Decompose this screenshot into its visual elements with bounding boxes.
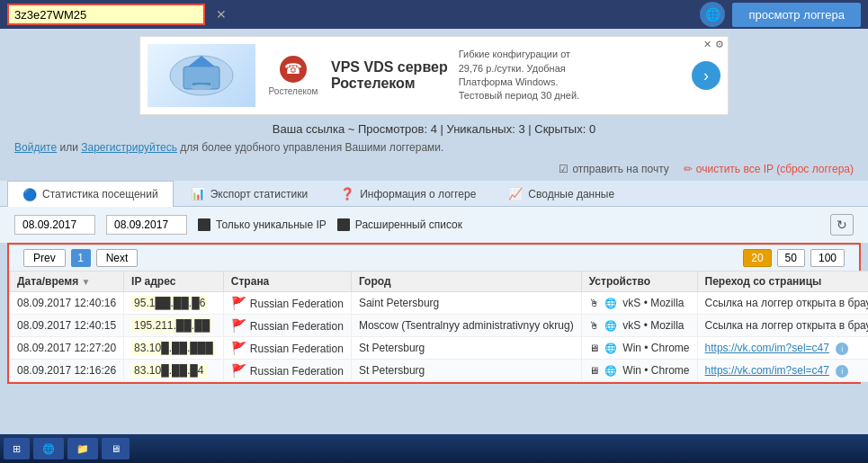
col-header-datetime[interactable]: Дата/время ▼ xyxy=(10,272,124,292)
cell-device: 🖱 🌐 vkS • Mozilla xyxy=(581,292,697,315)
cell-country: 🚩Russian Federation xyxy=(223,315,351,337)
cell-country: 🚩Russian Federation xyxy=(223,292,351,315)
referrer-link[interactable]: https://vk.com/im?sel=c47 xyxy=(705,342,829,354)
tab-visits-icon: 🔵 xyxy=(22,188,37,201)
filter-row: Только уникальные IP Расширенный список … xyxy=(0,207,868,243)
cell-datetime: 08.09.2017 12:27:20 xyxy=(10,337,124,360)
tab-info-label: Информация о логгере xyxy=(360,188,476,200)
unique-ip-label: Только уникальные IP xyxy=(216,218,327,231)
cell-ip: 83.10█.██.███ xyxy=(124,337,224,360)
close-search-button[interactable]: ✕ xyxy=(216,7,227,22)
extended-list-label: Расширенный список xyxy=(355,218,462,231)
cell-ip: 195.211.██.██ xyxy=(124,315,224,337)
tab-summary-label: Сводные данные xyxy=(528,188,614,200)
country-flag-icon: 🚩 xyxy=(231,363,246,378)
ad-image xyxy=(148,44,255,107)
cell-referrer: https://vk.com/im?sel=c47 i xyxy=(697,360,868,382)
col-device-label: Устройство xyxy=(589,275,650,288)
cell-referrer: Ссылка на логгер открыта в браузере i xyxy=(697,315,868,337)
col-city-label: Город xyxy=(359,275,391,288)
tab-summary[interactable]: 📈 Сводные данные xyxy=(493,181,630,206)
referrer-link[interactable]: https://vk.com/im?sel=c47 xyxy=(705,364,829,377)
table-row: 08.09.2017 12:40:15 195.211.██.██ 🚩Russi… xyxy=(10,315,869,337)
extended-list-checkbox[interactable] xyxy=(337,218,350,231)
send-mail-link[interactable]: ☑ отправить на почту xyxy=(559,163,668,175)
device-type-icon: 🖥 xyxy=(589,343,599,353)
ad-description: Гибкие конфигурации от29,76 р./сутки. Уд… xyxy=(459,48,681,103)
ad-settings-button[interactable]: ⚙ xyxy=(715,39,724,50)
info-icon[interactable]: i xyxy=(836,365,848,378)
table-row: 08.09.2017 12:27:20 83.10█.██.███ 🚩Russi… xyxy=(10,337,869,360)
taskbar-start-button[interactable]: ⊞ xyxy=(4,438,30,459)
cell-referrer: https://vk.com/im?sel=c47 i xyxy=(697,337,868,360)
cell-datetime: 08.09.2017 12:40:15 xyxy=(10,315,124,337)
tab-export-icon: 📊 xyxy=(191,187,205,200)
current-page: 1 xyxy=(71,249,91,267)
col-header-ip[interactable]: IP адрес xyxy=(124,272,224,292)
cell-ip: 95.1██.██.█6 xyxy=(124,292,224,315)
browser-icon: 🌐 xyxy=(604,320,617,331)
tab-info[interactable]: ❓ Информация о логгере xyxy=(325,181,491,206)
tab-summary-icon: 📈 xyxy=(508,187,523,200)
per-page-100-button[interactable]: 100 xyxy=(810,249,845,267)
login-line: Войдите или Зарегистрируйтесь для более … xyxy=(0,139,868,159)
country-flag-icon: 🚩 xyxy=(231,341,246,355)
tab-visits[interactable]: 🔵 Статистика посещений xyxy=(7,181,174,207)
view-logger-button[interactable]: просмотр логгера xyxy=(732,3,861,27)
per-page-50-button[interactable]: 50 xyxy=(777,249,805,267)
clear-ip-link[interactable]: ✏ очистить все IP (сброс логгера) xyxy=(684,163,854,175)
col-header-device[interactable]: Устройство xyxy=(581,272,697,292)
country-flag-icon: 🚩 xyxy=(231,318,246,333)
unique-ip-filter[interactable]: Только уникальные IP xyxy=(198,218,327,231)
unique-ip-checkbox[interactable] xyxy=(198,218,210,231)
col-header-country[interactable]: Страна xyxy=(223,272,351,292)
taskbar: ⊞ 🌐 📁 🖥 xyxy=(0,434,868,463)
browser-icon: 🌐 xyxy=(604,365,617,376)
info-icon[interactable]: i xyxy=(836,343,848,355)
cell-device: 🖱 🌐 vkS • Mozilla xyxy=(581,315,697,337)
stats-line: Ваша ссылка ~ Просмотров: 4 | Уникальных… xyxy=(0,115,868,139)
col-datetime-label: Дата/время xyxy=(17,275,78,288)
register-link[interactable]: Зарегистрируйтесь xyxy=(81,141,177,154)
date-from-input[interactable] xyxy=(14,215,95,235)
prev-button[interactable]: Prev xyxy=(23,249,66,267)
ad-title: VPS VDS серверРостелеком xyxy=(331,59,448,92)
taskbar-browser-button[interactable]: 🌐 xyxy=(33,438,64,459)
per-page-20-button[interactable]: 20 xyxy=(743,249,771,267)
extended-list-filter[interactable]: Расширенный список xyxy=(337,218,462,231)
search-input[interactable] xyxy=(7,4,205,25)
ad-logo-icon: ☎ xyxy=(280,56,307,83)
ad-banner: ✕ ⚙ ☎ Ростелеком VPS VDS серверРостелеко… xyxy=(139,36,729,115)
ad-logo: ☎ Ростелеком xyxy=(266,56,320,96)
table-row: 08.09.2017 12:16:26 83.10█.██.█4 🚩Russia… xyxy=(10,360,869,382)
tab-export-label: Экспорт статистики xyxy=(210,188,309,200)
tab-export[interactable]: 📊 Экспорт статистики xyxy=(175,181,324,206)
cell-device: 🖥 🌐 Win • Chrome xyxy=(581,360,697,382)
tab-visits-label: Статистика посещений xyxy=(42,188,158,200)
cell-referrer: Ссылка на логгер открыта в браузере i xyxy=(697,292,868,315)
cell-city: St Petersburg xyxy=(351,337,581,360)
cell-country: 🚩Russian Federation xyxy=(223,360,351,382)
login-suffix: для более удобного управления Вашими лог… xyxy=(177,141,443,154)
login-link[interactable]: Войдите xyxy=(14,141,57,154)
country-flag-icon: 🚩 xyxy=(231,296,246,310)
taskbar-folder-button[interactable]: 📁 xyxy=(67,438,98,459)
col-ip-label: IP адрес xyxy=(131,275,175,288)
browser-icon: 🌐 xyxy=(604,343,617,353)
table-row: 08.09.2017 12:40:16 95.1██.██.█6 🚩Russia… xyxy=(10,292,869,315)
device-type-icon: 🖱 xyxy=(589,298,599,308)
browser-icon: 🌐 xyxy=(604,298,617,308)
date-to-input[interactable] xyxy=(106,215,187,235)
taskbar-monitor-button[interactable]: 🖥 xyxy=(102,438,130,459)
ad-cta-button[interactable]: › xyxy=(692,61,720,90)
col-country-label: Страна xyxy=(231,275,269,288)
next-button[interactable]: Next xyxy=(96,249,139,267)
col-header-referrer[interactable]: Переход со страницы xyxy=(697,272,868,292)
col-header-city[interactable]: Город xyxy=(351,272,581,292)
action-bar: ☑ отправить на почту ✏ очистить все IP (… xyxy=(0,159,868,179)
globe-icon: 🌐 xyxy=(700,2,725,27)
refresh-button[interactable]: ↻ xyxy=(830,214,854,236)
pencil-icon: ✏ xyxy=(684,163,693,175)
ad-close-button[interactable]: ✕ xyxy=(703,39,711,50)
send-mail-label: отправить на почту xyxy=(572,163,668,175)
